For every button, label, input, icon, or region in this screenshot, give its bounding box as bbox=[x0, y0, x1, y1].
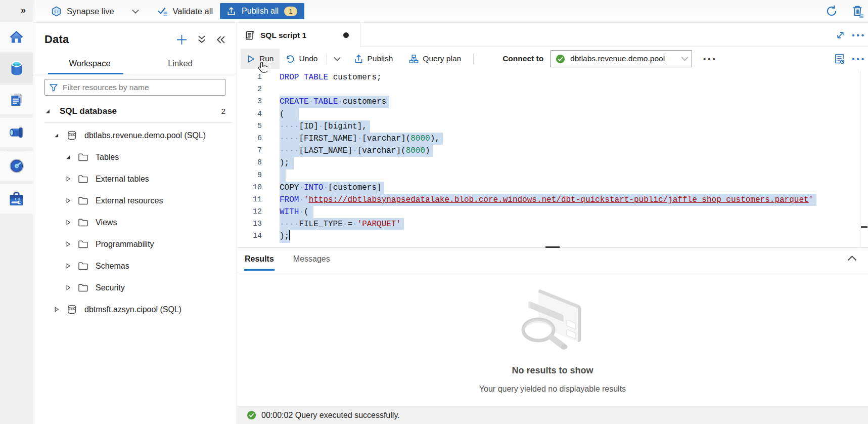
sidebar-tab-linked[interactable]: Linked bbox=[135, 55, 225, 74]
undo-button[interactable]: Undo bbox=[280, 49, 324, 69]
twisty-collapsed-icon[interactable] bbox=[64, 263, 71, 269]
nav-develop-button[interactable] bbox=[0, 85, 33, 114]
nav-monitor-button[interactable] bbox=[0, 151, 33, 181]
pool-icon bbox=[66, 304, 77, 315]
publish-all-label: Publish all bbox=[242, 7, 279, 16]
code-text: ); bbox=[280, 230, 290, 242]
data-explorer-panel: Data WorkspaceLinked SQL database 2 dbtl… bbox=[33, 23, 237, 424]
results-tabs: ResultsMessages bbox=[237, 248, 868, 272]
tree-item-tables[interactable]: Tables bbox=[33, 146, 237, 168]
tab-more-actions-icon[interactable]: ••• bbox=[851, 31, 867, 39]
collapse-all-icon[interactable] bbox=[197, 35, 206, 45]
query-plan-button[interactable]: Query plan bbox=[403, 49, 467, 69]
results-tab-messages[interactable]: Messages bbox=[293, 249, 331, 270]
filter-input[interactable] bbox=[63, 83, 221, 92]
tree-item-external-tables[interactable]: External tables bbox=[33, 168, 237, 190]
data-icon bbox=[9, 60, 25, 77]
code-line-8: 8); bbox=[237, 157, 860, 169]
chevron-down-icon bbox=[132, 9, 139, 14]
twisty-collapsed-icon[interactable] bbox=[64, 198, 71, 203]
run-label: Run bbox=[259, 54, 273, 63]
publish-button[interactable]: Publish bbox=[348, 49, 399, 69]
document-tabstrip: SQL script 1 ••• bbox=[237, 23, 868, 47]
validate-all-button[interactable]: Validate all bbox=[157, 7, 213, 16]
pool-status-icon bbox=[556, 54, 565, 64]
twisty-expanded-icon[interactable] bbox=[53, 133, 60, 138]
tab-sql-script-1[interactable]: SQL script 1 bbox=[237, 23, 360, 48]
tree-item-dbtlabs-revenue-demo-pool-sql[interactable]: dbtlabs.revenue.demo.pool (SQL) bbox=[33, 124, 237, 146]
code-text bbox=[280, 169, 286, 182]
tree-item-external-resources[interactable]: External resources bbox=[33, 190, 237, 211]
twisty-collapsed-icon[interactable] bbox=[53, 307, 60, 312]
code-line-11: 11FROM·'https://dbtlabsynapsedatalake.bl… bbox=[237, 194, 860, 206]
twisty-collapsed-icon[interactable] bbox=[64, 176, 71, 182]
run-button[interactable]: Run bbox=[241, 49, 280, 69]
monitor-icon bbox=[9, 158, 25, 174]
properties-icon[interactable] bbox=[834, 53, 846, 65]
tree-item-schemas[interactable]: Schemas bbox=[33, 255, 237, 277]
sql-code-editor[interactable]: 1DROP TABLE customers;23CREATE·TABLE·cus… bbox=[237, 70, 868, 247]
code-text: FROM·'https://dbtlabsynapsedatalake.blob… bbox=[280, 194, 816, 206]
tree-item-security[interactable]: Security bbox=[33, 277, 237, 299]
mode-picker-dropdown[interactable]: Synapse live bbox=[51, 6, 139, 17]
add-resource-icon[interactable] bbox=[176, 34, 188, 46]
editor-more-icon[interactable]: ••• bbox=[851, 55, 867, 63]
sql-database-section[interactable]: SQL database 2 bbox=[33, 100, 237, 122]
tree-item-label: Programmability bbox=[96, 240, 154, 249]
publish-all-button[interactable]: Publish all 1 bbox=[220, 3, 304, 19]
folder-icon bbox=[78, 240, 88, 249]
expand-rail-button[interactable]: » bbox=[15, 3, 30, 17]
twisty-collapsed-icon[interactable] bbox=[64, 220, 71, 225]
twisty-expanded-icon[interactable] bbox=[44, 108, 60, 114]
sidebar-tab-workspace[interactable]: Workspace bbox=[44, 55, 135, 74]
code-text: ····[FIRST_NAME]·[varchar](8000), bbox=[280, 133, 443, 145]
results-tab-results[interactable]: Results bbox=[244, 249, 275, 270]
collapse-results-icon[interactable] bbox=[847, 255, 857, 261]
publish-count-badge: 1 bbox=[284, 7, 297, 16]
line-number: 5 bbox=[237, 120, 262, 133]
code-text: ····[LAST_NAME]·[varchar](8000) bbox=[280, 145, 433, 157]
home-icon bbox=[8, 29, 25, 46]
tree-item-programmability[interactable]: Programmability bbox=[33, 233, 237, 255]
discard-all-icon[interactable] bbox=[851, 5, 864, 18]
nav-home-button[interactable] bbox=[0, 22, 33, 52]
section-count: 2 bbox=[221, 107, 225, 116]
line-number: 14 bbox=[237, 230, 262, 242]
tree-item-label: External tables bbox=[96, 175, 149, 184]
line-number: 2 bbox=[237, 83, 262, 96]
folder-icon bbox=[78, 153, 88, 162]
no-results-illustration bbox=[502, 280, 603, 356]
tree-item-views[interactable]: Views bbox=[33, 211, 237, 233]
nav-manage-button[interactable] bbox=[0, 184, 33, 214]
code-line-3: 3CREATE·TABLE·customers bbox=[237, 96, 860, 108]
code-text: ····[ID]·[bigint], bbox=[280, 120, 370, 133]
line-number: 9 bbox=[237, 169, 262, 182]
toolbar-divider-2 bbox=[473, 54, 474, 64]
tree-item-label: Tables bbox=[96, 153, 119, 162]
left-nav-rail: » bbox=[0, 0, 33, 424]
nav-integrate-button[interactable] bbox=[0, 118, 33, 147]
collapse-panel-icon[interactable] bbox=[216, 35, 225, 44]
toolbar-more-icon[interactable]: ••• bbox=[702, 55, 718, 63]
connect-to-label: Connect to bbox=[502, 54, 543, 63]
nav-data-button[interactable] bbox=[0, 54, 33, 83]
line-number: 8 bbox=[237, 157, 262, 169]
twisty-collapsed-icon[interactable] bbox=[64, 285, 71, 290]
overview-ruler bbox=[860, 70, 860, 247]
code-lines: 1DROP TABLE customers;23CREATE·TABLE·cus… bbox=[237, 71, 860, 243]
twisty-collapsed-icon[interactable] bbox=[64, 241, 71, 247]
code-line-4: 4( bbox=[237, 108, 860, 120]
expand-editor-icon[interactable] bbox=[836, 31, 845, 39]
refresh-icon[interactable] bbox=[825, 5, 838, 18]
publish-icon bbox=[226, 7, 236, 16]
code-text: ( bbox=[280, 108, 299, 120]
empty-results-subtitle: Your query yielded no displayable result… bbox=[479, 385, 626, 394]
run-options-chevron[interactable] bbox=[330, 49, 345, 69]
tree-item-dbtmsft-azsyn-cipool-sql[interactable]: dbtmsft.azsyn.cipool (SQL) bbox=[33, 299, 237, 320]
connect-to-dropdown[interactable]: dbtlabs.revenue.demo.pool bbox=[551, 50, 692, 67]
code-line-12: 12WITH·( bbox=[237, 206, 860, 218]
twisty-expanded-icon[interactable] bbox=[64, 154, 71, 160]
code-text: COPY·INTO·[customers] bbox=[280, 182, 384, 194]
line-number: 10 bbox=[237, 182, 262, 194]
code-text: WITH·( bbox=[280, 206, 313, 218]
